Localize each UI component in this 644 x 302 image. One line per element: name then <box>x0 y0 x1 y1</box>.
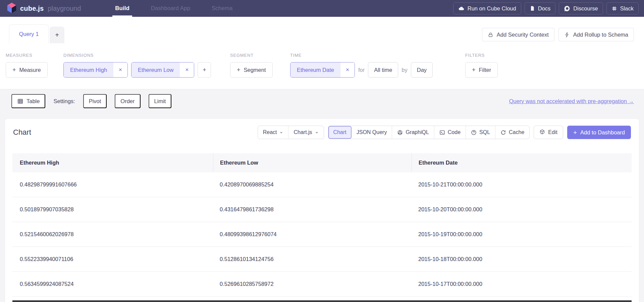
dimensions-group: DIMENSIONS Ethereum High × Ethereum Low … <box>63 53 211 78</box>
cell-ethereum-date: 2015-10-20T00:00:00.000 <box>412 206 632 213</box>
add-dimension-button[interactable]: + <box>198 62 211 78</box>
tab-query-1[interactable]: Query 1 <box>9 25 49 43</box>
pivot-button[interactable]: Pivot <box>83 94 107 108</box>
cell-ethereum-low: 0.4208970069885254 <box>213 181 412 188</box>
cell-ethereum-date: 2015-10-18T00:00:00.000 <box>412 256 632 262</box>
limit-button[interactable]: Limit <box>149 94 172 108</box>
nav-item-dashboard-app[interactable]: Dashboard App <box>149 0 192 17</box>
docs-label: Docs <box>538 5 551 12</box>
main-nav: Build Dashboard App Schema <box>113 0 252 17</box>
cell-ethereum-low: 0.5128610134124756 <box>213 256 412 262</box>
add-security-context-button[interactable]: Add Security Context <box>482 28 554 41</box>
refresh-icon <box>500 130 506 135</box>
add-segment-label: Segment <box>244 67 266 73</box>
add-rollup-to-schema-label: Add Rollup to Schema <box>573 32 628 38</box>
view-tab-chart[interactable]: Chart <box>328 126 352 139</box>
table-view-button[interactable]: Table <box>11 94 45 108</box>
query-tabs-row: Query 1 + Add Security Context Add Rollu… <box>0 17 644 43</box>
chevron-down-icon <box>279 131 283 134</box>
nav-item-build[interactable]: Build <box>113 0 131 17</box>
cell-ethereum-date: 2015-10-19T00:00:00.000 <box>412 231 632 238</box>
cell-ethereum-high: 0.5522339940071106 <box>12 256 213 262</box>
brand: cube.js playground <box>7 0 81 17</box>
filters-group: FILTERS + Filter <box>465 53 498 78</box>
table-header-row: Ethereum High Ethereum Low Ethereum Date <box>12 153 632 172</box>
cell-ethereum-date: 2015-10-17T00:00:00.000 <box>412 281 632 287</box>
close-icon[interactable]: × <box>113 62 127 77</box>
library-dropdown[interactable]: Chart.js <box>288 126 323 139</box>
view-tab-graphiql[interactable]: GraphiQL <box>392 126 434 139</box>
segment-group: SEGMENT + Segment <box>230 53 273 78</box>
date-range-button[interactable]: All time <box>368 62 398 78</box>
view-tab-cache[interactable]: Cache <box>495 126 529 139</box>
pill-label: Ethereum High <box>64 62 113 77</box>
brand-name: cube.js <box>20 5 44 12</box>
run-on-cube-cloud-button[interactable]: Run on Cube Cloud <box>453 2 521 14</box>
discourse-button[interactable]: Discourse <box>559 2 603 14</box>
dimension-pill-ethereum-high[interactable]: Ethereum High × <box>63 62 128 78</box>
table-row: 0.5215460062026978 0.48099398612976074 2… <box>12 222 632 247</box>
add-segment-button[interactable]: + Segment <box>230 62 273 78</box>
order-button[interactable]: Order <box>115 94 140 108</box>
navbar-actions: Run on Cube Cloud Docs Discourse <box>453 0 639 17</box>
dimensions-label: DIMENSIONS <box>63 53 211 58</box>
close-icon[interactable]: × <box>340 62 355 77</box>
edit-label: Edit <box>548 129 557 135</box>
column-header-ethereum-date: Ethereum Date <box>412 153 632 172</box>
slack-icon <box>611 6 617 11</box>
view-switcher: Chart JSON Query GraphiQL <box>328 126 530 139</box>
add-measure-label: Measure <box>19 67 41 73</box>
by-label: by <box>401 67 407 73</box>
doc-icon <box>530 5 535 11</box>
add-to-dashboard-label: Add to Dashboard <box>580 129 625 136</box>
view-json-query-label: JSON Query <box>357 129 387 135</box>
dimension-pill-ethereum-low[interactable]: Ethereum Low × <box>131 62 194 78</box>
measures-group: MEASURES + Measure <box>6 53 48 78</box>
measures-label: MEASURES <box>6 53 48 58</box>
plus-icon: + <box>12 67 16 73</box>
add-filter-label: Filter <box>479 67 491 73</box>
view-sql-label: SQL <box>479 129 490 135</box>
chart-controls: React Chart.js Chart <box>258 126 631 139</box>
for-label: for <box>358 67 365 73</box>
plus-icon: + <box>472 67 476 73</box>
filters-label: FILTERS <box>465 53 498 58</box>
pill-label: Ethereum Date <box>290 62 340 77</box>
result-table: Ethereum High Ethereum Low Ethereum Date… <box>12 153 632 297</box>
cell-ethereum-low: 0.48099398612976074 <box>213 231 412 238</box>
framework-dropdown[interactable]: React <box>258 126 288 139</box>
lock-icon <box>488 32 493 38</box>
add-filter-button[interactable]: + Filter <box>465 62 498 78</box>
time-pill-ethereum-date[interactable]: Ethereum Date × <box>290 62 355 78</box>
edit-button[interactable]: Edit <box>534 126 563 139</box>
add-measure-button[interactable]: + Measure <box>6 62 48 78</box>
cell-ethereum-high: 0.48298799991607666 <box>12 181 213 188</box>
view-tab-json-query[interactable]: JSON Query <box>352 126 392 139</box>
close-icon[interactable]: × <box>180 62 194 77</box>
add-query-tab-button[interactable]: + <box>50 27 64 43</box>
view-tab-code[interactable]: Code <box>434 126 466 139</box>
granularity-button[interactable]: Day <box>411 62 433 78</box>
add-rollup-to-schema-button[interactable]: Add Rollup to Schema <box>558 28 634 41</box>
docs-button[interactable]: Docs <box>525 2 556 14</box>
table-row: 0.5522339940071106 0.5128610134124756 20… <box>12 247 632 272</box>
add-to-dashboard-button[interactable]: + Add to Dashboard <box>567 126 631 139</box>
column-header-ethereum-low: Ethereum Low <box>213 153 412 172</box>
plus-icon: + <box>55 31 59 39</box>
header-actions: Add Security Context Add Rollup to Schem… <box>482 28 634 41</box>
view-code-label: Code <box>448 129 461 135</box>
nav-item-schema[interactable]: Schema <box>210 0 234 17</box>
cloud-icon <box>458 5 465 12</box>
view-tab-sql[interactable]: SQL <box>466 126 495 139</box>
slack-button[interactable]: Slack <box>606 2 639 14</box>
cell-ethereum-high: 0.5634599924087524 <box>12 281 213 287</box>
pre-aggregation-link[interactable]: Query was not accelerated with pre-aggre… <box>509 98 634 104</box>
table-grid-icon <box>17 98 23 104</box>
brand-suffix: playground <box>48 5 81 12</box>
cell-ethereum-low: 0.5269610285758972 <box>213 281 412 287</box>
view-chart-label: Chart <box>333 129 346 135</box>
table-row: 0.5018979907035828 0.4316479861736298 20… <box>12 197 632 222</box>
chart-card: Chart React Chart.js <box>5 119 639 302</box>
graphql-icon <box>397 130 403 135</box>
code-icon <box>439 130 445 135</box>
